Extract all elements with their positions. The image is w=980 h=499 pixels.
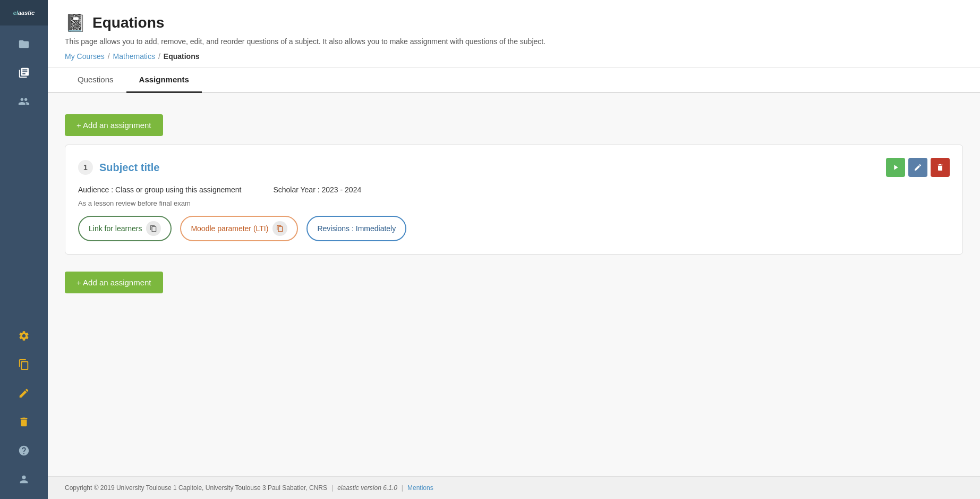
copy-icon[interactable] <box>0 350 48 379</box>
badge-link-learners[interactable]: Link for learners <box>78 216 172 241</box>
delete-button[interactable] <box>931 158 950 177</box>
page-icon: 📓 <box>65 13 86 33</box>
page-header: 📓 Equations This page allows you to add,… <box>48 0 980 67</box>
assignment-badges: Link for learners Moodle parameter (LTI)… <box>78 216 950 241</box>
breadcrumb-sep-1: / <box>108 52 110 61</box>
copy-link-icon[interactable] <box>146 221 161 236</box>
sidebar: elaastic <box>0 0 48 499</box>
tab-assignments[interactable]: Assignments <box>126 67 202 93</box>
assignment-audience: Audience : Class or group using this ass… <box>78 185 241 194</box>
footer-version: elaastic version 6.1.0 <box>337 484 397 492</box>
add-assignment-button-bottom[interactable]: + Add an assignment <box>65 272 163 293</box>
badge-revisions[interactable]: Revisions : Immediately <box>306 216 406 241</box>
breadcrumb-sep-2: / <box>158 52 160 61</box>
tab-bar: Questions Assignments <box>48 67 980 93</box>
edit-button[interactable] <box>908 158 927 177</box>
assignment-description: As a lesson review before final exam <box>78 199 950 207</box>
trash-icon[interactable] <box>0 408 48 436</box>
breadcrumb: My Courses / Mathematics / Equations <box>65 52 963 61</box>
footer-sep-2: | <box>402 484 403 492</box>
badge-moodle-lti[interactable]: Moodle parameter (LTI) <box>180 216 298 241</box>
edit-icon[interactable] <box>0 379 48 408</box>
page-title: Equations <box>92 14 164 31</box>
add-assignment-button-top[interactable]: + Add an assignment <box>65 114 163 136</box>
footer: Copyright © 2019 University Toulouse 1 C… <box>48 476 980 499</box>
assignment-actions <box>886 158 950 177</box>
users-icon[interactable] <box>0 87 48 116</box>
copy-moodle-icon[interactable] <box>272 221 287 236</box>
user-icon[interactable] <box>18 465 30 494</box>
footer-sep-1: | <box>331 484 333 492</box>
help-icon[interactable] <box>18 436 30 465</box>
breadcrumb-my-courses[interactable]: My Courses <box>65 52 105 61</box>
tab-questions[interactable]: Questions <box>65 67 126 93</box>
main-content: 📓 Equations This page allows you to add,… <box>48 0 980 499</box>
breadcrumb-current: Equations <box>164 52 200 61</box>
page-description: This page allows you to add, remove, edi… <box>65 37 963 46</box>
assignment-meta: Audience : Class or group using this ass… <box>78 185 950 194</box>
assignment-title: Subject title <box>99 162 159 174</box>
assignment-card: 1 Subject title Audience : Class or <box>65 145 963 255</box>
content-area: Questions Assignments + Add an assignmen… <box>48 67 980 476</box>
settings-icon[interactable] <box>0 322 48 350</box>
footer-copyright: Copyright © 2019 University Toulouse 1 C… <box>65 484 327 492</box>
badge-revisions-label: Revisions : Immediately <box>317 224 396 233</box>
breadcrumb-mathematics[interactable]: Mathematics <box>113 52 155 61</box>
assignment-scholar-year: Scholar Year : 2023 - 2024 <box>273 185 361 194</box>
assignment-number: 1 <box>78 160 93 175</box>
play-button[interactable] <box>886 158 905 177</box>
folder-icon[interactable] <box>0 30 48 58</box>
book-icon[interactable] <box>0 58 48 87</box>
sidebar-logo: elaastic <box>0 0 48 26</box>
footer-mentions-link[interactable]: Mentions <box>407 484 433 492</box>
badge-link-label: Link for learners <box>89 224 142 233</box>
badge-moodle-label: Moodle parameter (LTI) <box>191 224 268 233</box>
